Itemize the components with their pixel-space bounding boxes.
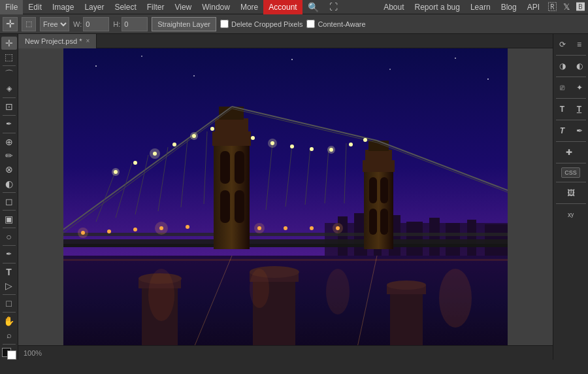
menu-about[interactable]: About	[378, 0, 409, 14]
crop-tool[interactable]: ⊡	[1, 100, 17, 113]
facebook-icon[interactable]: 🅱	[573, 0, 588, 14]
menu-file[interactable]: File	[0, 0, 23, 14]
menu-window[interactable]: Window	[197, 0, 235, 14]
svg-point-60	[363, 138, 367, 142]
straighten-button[interactable]: Straighten Layer	[152, 17, 216, 31]
svg-point-51	[172, 143, 176, 146]
type-mask-btn[interactable]: T	[572, 101, 587, 117]
tool-separator-6	[3, 210, 16, 211]
right-col-6: ✚	[561, 144, 581, 160]
right-col-1: ⟳ ≡	[555, 37, 587, 52]
svg-point-100	[389, 69, 391, 70]
healing-btn[interactable]: ✦	[572, 80, 587, 95]
menu-api[interactable]: API	[522, 0, 545, 14]
fullscreen-icon[interactable]: ⛶	[324, 0, 343, 14]
pen-path-btn[interactable]: ✒	[572, 123, 587, 139]
move-tool[interactable]: ✛	[1, 37, 17, 50]
menu-filter[interactable]: Filter	[142, 0, 170, 14]
tool-separator-4	[3, 133, 16, 133]
delete-cropped-checkbox[interactable]	[220, 20, 229, 28]
text-panel-btn[interactable]: T	[555, 101, 570, 117]
eraser-tool[interactable]: ◻	[1, 195, 17, 208]
brush-tool[interactable]: ✏	[1, 149, 17, 162]
menu-select[interactable]: Select	[109, 0, 141, 14]
quick-select-tool[interactable]: ◈	[1, 82, 17, 95]
tab-close-button[interactable]: ×	[86, 37, 90, 44]
dodge-tool[interactable]: ○	[1, 230, 17, 243]
height-input[interactable]	[122, 17, 148, 31]
right-separator-7	[556, 182, 586, 182]
hand-tool[interactable]: ✋	[1, 314, 17, 328]
canvas-container[interactable]	[18, 48, 553, 345]
image-panel-btn[interactable]: 🖼	[563, 185, 579, 201]
transform-btn[interactable]: ✚	[561, 144, 577, 160]
right-col-7: 🖼	[563, 185, 579, 201]
pen-tool[interactable]: ✒	[1, 248, 17, 261]
right-separator-6	[556, 163, 586, 163]
clone-tool[interactable]: ⊗	[1, 163, 17, 176]
tab-bar: New Project.psd * ×	[18, 34, 553, 48]
menu-account[interactable]: Account	[263, 0, 302, 14]
svg-point-77	[254, 223, 265, 233]
search-icon[interactable]: 🔍	[302, 0, 324, 14]
delete-cropped-group: Delete Cropped Pixels	[220, 20, 302, 28]
eyedropper-tool[interactable]: ✒	[1, 118, 17, 131]
mode-select[interactable]: Free	[40, 17, 69, 31]
svg-point-97	[141, 56, 142, 57]
masks-btn[interactable]: ◐	[572, 58, 587, 74]
menu-learn[interactable]: Learn	[465, 0, 496, 14]
document-tab[interactable]: New Project.psd * ×	[18, 34, 97, 48]
menu-report[interactable]: Report a bug	[410, 0, 465, 14]
spot-heal-tool[interactable]: ⊕	[1, 135, 17, 148]
text-tool[interactable]: T	[1, 265, 17, 279]
tool-separator-3	[3, 115, 16, 116]
gradient-tool[interactable]: ▣	[1, 212, 17, 226]
svg-rect-26	[369, 209, 377, 235]
layers-panel-btn[interactable]: ≡	[572, 37, 587, 52]
svg-point-64	[268, 139, 277, 148]
svg-point-73	[310, 226, 314, 230]
menu-edit[interactable]: Edit	[23, 0, 47, 14]
history-brush-tool[interactable]: ◐	[1, 177, 17, 190]
warp-text-btn[interactable]: T	[555, 123, 570, 139]
menu-layer[interactable]: Layer	[79, 0, 109, 14]
right-separator-2	[556, 76, 586, 77]
formula-btn[interactable]: xy	[563, 207, 579, 222]
history-panel-btn[interactable]: ⟳	[555, 37, 570, 52]
mode-btn[interactable]: ⬚	[22, 17, 36, 31]
clone-stamp-btn[interactable]: ⎚	[555, 80, 570, 95]
menu-more[interactable]: More	[235, 0, 263, 14]
svg-rect-16	[220, 151, 230, 184]
svg-rect-7	[406, 222, 423, 256]
lasso-tool[interactable]: ⌒	[1, 68, 17, 81]
tool-separator-2	[3, 97, 16, 98]
right-col-8: xy	[563, 207, 579, 222]
menu-blog[interactable]: Blog	[496, 0, 522, 14]
svg-point-59	[349, 143, 353, 146]
reddit-icon[interactable]: 🇷	[545, 0, 560, 14]
css-panel-btn[interactable]: CSS	[561, 167, 580, 178]
right-col-2: ◑ ◐	[555, 58, 587, 74]
svg-rect-8	[429, 218, 440, 256]
move-tool-btn[interactable]: ✛	[3, 17, 18, 31]
adjustments-btn[interactable]: ◑	[555, 58, 570, 74]
selection-tool[interactable]: ⬚	[1, 50, 17, 63]
right-separator-4	[556, 120, 586, 120]
zoom-tool[interactable]: ⌕	[1, 329, 17, 342]
delete-cropped-label: Delete Cropped Pixels	[231, 20, 302, 28]
foreground-bg-colors[interactable]	[2, 348, 16, 360]
bridge-image	[63, 48, 508, 345]
svg-point-68	[133, 228, 137, 231]
width-input[interactable]	[83, 17, 109, 31]
svg-point-54	[251, 136, 255, 140]
twitter-icon[interactable]: 𝕏	[560, 0, 573, 14]
path-select-tool[interactable]: ▷	[1, 279, 17, 292]
tab-name: New Project.psd *	[25, 37, 82, 45]
shape-tool[interactable]: □	[1, 297, 17, 310]
content-aware-checkbox[interactable]	[306, 20, 315, 28]
status-bar: 100%	[18, 345, 553, 360]
menu-image[interactable]: Image	[47, 0, 79, 14]
svg-rect-21	[215, 118, 248, 133]
svg-rect-27	[380, 209, 388, 235]
menu-view[interactable]: View	[169, 0, 197, 14]
